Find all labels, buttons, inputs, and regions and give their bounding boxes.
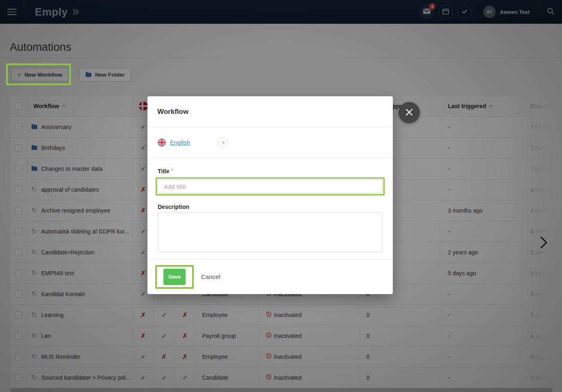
- title-label: Title: [158, 168, 170, 174]
- add-language-button[interactable]: +: [218, 137, 229, 148]
- description-label: Description: [158, 204, 383, 210]
- description-textarea[interactable]: [158, 213, 383, 252]
- workflow-dialog: Workflow English + Title* Description Sa…: [147, 96, 393, 294]
- flag-uk-icon: [158, 138, 166, 147]
- cancel-button[interactable]: Cancel: [201, 273, 220, 280]
- close-dialog-button[interactable]: [399, 102, 420, 123]
- dialog-body: Title* Description: [147, 158, 393, 259]
- dialog-title: Workflow: [147, 96, 393, 127]
- dialog-footer: Save Cancel: [147, 259, 393, 294]
- required-mark: *: [171, 168, 173, 174]
- annotation-highlight-save-button: Save: [155, 265, 194, 289]
- app-screen: Emply 4: [0, 0, 562, 392]
- close-icon: [405, 108, 414, 118]
- save-button[interactable]: Save: [163, 269, 186, 285]
- annotation-highlight-title-input: [156, 177, 385, 195]
- title-input[interactable]: [158, 179, 383, 193]
- add-language-icon: +: [221, 139, 225, 146]
- language-link-english[interactable]: English: [170, 139, 190, 146]
- language-row: English +: [147, 127, 393, 158]
